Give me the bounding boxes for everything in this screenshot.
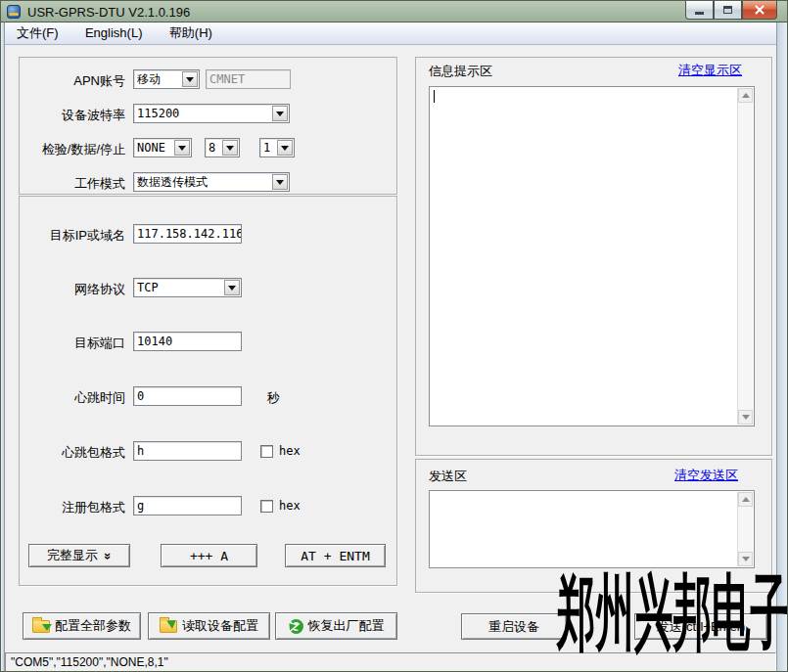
maximize-icon <box>723 6 732 14</box>
title-bar: USR-GPRS-DTU V2.1.0.196 <box>1 1 788 22</box>
triangle-up-icon <box>742 93 750 98</box>
double-chevron-down-icon: » <box>101 552 116 559</box>
config-all-label: 配置全部参数 <box>55 617 131 635</box>
chevron-down-icon[interactable] <box>182 71 198 87</box>
triangle-down-icon <box>742 415 750 420</box>
parity-select[interactable]: NONE <box>133 138 192 157</box>
stopbits-value: 1 <box>263 141 270 155</box>
parity-label: 检验/数据/停止 <box>15 141 125 158</box>
baud-value: 115200 <box>137 107 179 120</box>
info-scrollbar[interactable] <box>737 88 753 425</box>
window-title: USR-GPRS-DTU V2.1.0.196 <box>27 5 190 20</box>
send-textarea[interactable] <box>429 490 755 568</box>
send-button[interactable]: 发送(ctrl+Enter) <box>634 613 767 640</box>
chevron-down-icon[interactable] <box>272 106 288 121</box>
workmode-select[interactable]: 数据透传模式 <box>133 172 290 192</box>
baud-select[interactable]: 115200 <box>133 104 290 123</box>
workmode-value: 数据透传模式 <box>137 175 208 189</box>
restart-device-button[interactable]: 重启设备 <box>461 613 567 640</box>
chevron-down-icon[interactable] <box>277 140 293 156</box>
info-textarea[interactable] <box>429 86 755 426</box>
folder-right-arrow-icon <box>160 620 177 633</box>
register-packet-input[interactable]: g <box>133 496 242 515</box>
app-icon <box>7 5 21 19</box>
at-entm-button[interactable]: AT + ENTM <box>285 544 386 567</box>
target-port-input[interactable]: 10140 <box>133 332 242 351</box>
read-config-label: 读取设备配置 <box>182 617 258 635</box>
factory-reset-label: 恢复出厂配置 <box>308 617 385 635</box>
register-hex-checkbox[interactable] <box>260 500 273 513</box>
apn-carrier-value: 移动 <box>137 72 161 86</box>
protocol-select[interactable]: TCP <box>133 278 242 297</box>
apn-carrier-select[interactable]: 移动 <box>133 69 200 89</box>
minimize-button[interactable] <box>685 1 714 20</box>
databits-value: 8 <box>209 141 215 155</box>
full-display-button[interactable]: 完整显示 » <box>28 544 130 567</box>
text-caret <box>434 90 435 103</box>
heartbeat-packet-input[interactable]: h <box>133 441 242 461</box>
config-all-button[interactable]: 配置全部参数 <box>23 612 141 640</box>
info-panel-title: 信息提示区 <box>429 63 492 80</box>
triangle-up-icon <box>742 497 750 502</box>
window-right-edge <box>776 22 788 671</box>
folder-down-arrow-icon <box>32 620 50 633</box>
close-button[interactable] <box>742 1 777 20</box>
target-port-label: 目标端口 <box>15 335 125 352</box>
read-config-button[interactable]: 读取设备配置 <box>148 612 270 640</box>
window-controls <box>685 1 777 20</box>
clear-send-link[interactable]: 清空发送区 <box>674 467 738 484</box>
scroll-up-button[interactable] <box>738 492 753 507</box>
register-packet-label: 注册包格式 <box>15 499 125 516</box>
protocol-label: 网络协议 <box>15 281 125 298</box>
scroll-down-button[interactable] <box>738 410 753 425</box>
target-ip-label: 目标IP或域名 <box>15 227 125 245</box>
plus-plus-plus-a-button[interactable]: +++ A <box>161 544 257 567</box>
restart-label: 重启设备 <box>488 618 539 636</box>
scroll-down-button[interactable] <box>738 552 753 566</box>
maximize-button[interactable] <box>714 1 742 20</box>
full-display-label: 完整显示 <box>47 547 98 564</box>
send-scrollbar[interactable] <box>737 492 753 566</box>
chevron-down-icon[interactable] <box>224 280 240 295</box>
heartbeat-time-label: 心跳时间 <box>15 389 125 407</box>
send-label: 发送(ctrl+Enter) <box>657 618 746 636</box>
refresh-arrows-icon <box>289 619 303 634</box>
menu-help[interactable]: 帮助(H) <box>158 22 224 44</box>
menu-english[interactable]: English(L) <box>73 22 155 44</box>
menu-bar: 文件(F) English(L) 帮助(H) <box>5 22 776 45</box>
minimize-icon <box>695 12 704 15</box>
seconds-unit-label: 秒 <box>267 389 280 407</box>
chevron-down-icon[interactable] <box>174 140 190 156</box>
app-window: USR-GPRS-DTU V2.1.0.196 文件(F) English(L)… <box>0 0 788 672</box>
menu-file[interactable]: 文件(F) <box>5 22 70 44</box>
apn-label: APN账号 <box>15 72 125 90</box>
factory-reset-button[interactable]: 恢复出厂配置 <box>275 612 397 640</box>
at-entm-label: AT + ENTM <box>301 549 369 563</box>
heartbeat-hex-label: hex <box>279 444 301 458</box>
chevron-down-icon[interactable] <box>222 140 238 156</box>
clear-info-link[interactable]: 清空显示区 <box>678 62 742 79</box>
heartbeat-packet-label: 心跳包格式 <box>15 444 125 462</box>
baud-label: 设备波特率 <box>15 107 125 124</box>
workmode-label: 工作模式 <box>15 175 125 193</box>
register-hex-label: hex <box>279 499 301 513</box>
target-ip-input[interactable]: 117.158.142.116 <box>133 224 242 244</box>
scroll-up-button[interactable] <box>738 88 753 103</box>
send-panel-title: 发送区 <box>429 468 467 485</box>
close-icon <box>754 4 765 16</box>
heartbeat-time-input[interactable]: 0 <box>133 386 242 406</box>
parity-value: NONE <box>137 141 165 155</box>
triangle-down-icon <box>742 557 750 561</box>
plus-a-label: +++ A <box>190 549 228 563</box>
window-left-edge <box>1 22 5 671</box>
chevron-down-icon[interactable] <box>272 174 288 190</box>
apn-input[interactable]: CMNET <box>206 69 291 89</box>
status-bar: "COM5","115200","NONE,8,1" <box>5 652 776 672</box>
databits-select[interactable]: 8 <box>205 138 240 157</box>
stopbits-select[interactable]: 1 <box>259 138 295 157</box>
protocol-value: TCP <box>137 281 159 294</box>
heartbeat-hex-checkbox[interactable] <box>260 445 273 458</box>
